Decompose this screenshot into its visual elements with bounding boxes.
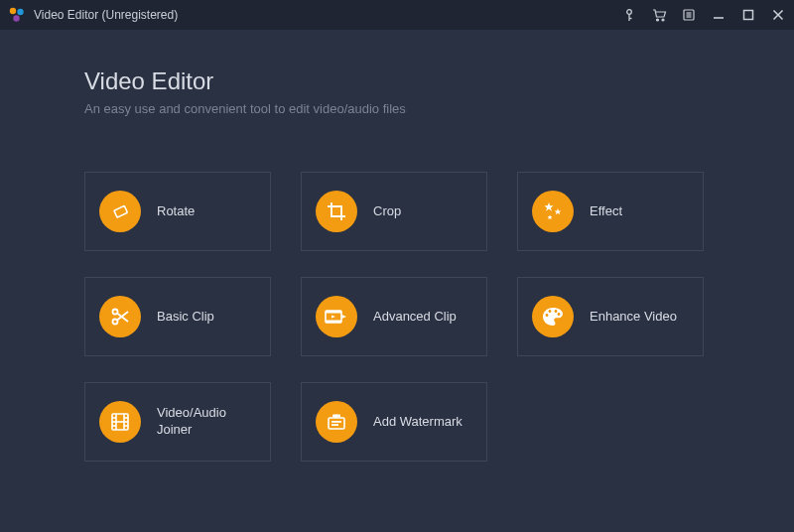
tile-watermark[interactable]: Add Watermark xyxy=(301,382,487,462)
tile-joiner[interactable]: Video/Audio Joiner xyxy=(84,382,271,462)
svg-point-2 xyxy=(13,15,19,21)
rotate-icon xyxy=(99,191,141,232)
svg-point-19 xyxy=(113,320,118,325)
tile-label: Effect xyxy=(590,203,622,220)
tile-label: Crop xyxy=(373,203,401,220)
film-icon xyxy=(99,401,141,443)
svg-rect-13 xyxy=(744,11,753,20)
svg-point-18 xyxy=(113,310,118,315)
svg-rect-23 xyxy=(326,311,341,314)
tile-label: Basic Clip xyxy=(157,309,214,326)
svg-line-20 xyxy=(117,314,128,323)
svg-rect-36 xyxy=(331,421,341,423)
tile-rotate[interactable]: Rotate xyxy=(84,172,271,251)
tile-label: Enhance Video xyxy=(590,309,677,326)
tile-label: Video/Audio Joiner xyxy=(157,405,256,439)
tile-crop[interactable]: Crop xyxy=(301,172,487,251)
page-subtitle: An easy use and convenient tool to edit … xyxy=(84,101,710,116)
tile-advanced-clip[interactable]: Advanced Clip xyxy=(301,277,487,356)
watermark-icon xyxy=(316,401,357,443)
svg-point-1 xyxy=(17,9,23,15)
crop-icon xyxy=(316,191,357,232)
titlebar-actions xyxy=(621,7,786,23)
tile-basic-clip[interactable]: Basic Clip xyxy=(84,277,271,356)
main-content: Video Editor An easy use and convenient … xyxy=(0,30,794,462)
tile-label: Add Watermark xyxy=(373,414,463,431)
svg-line-21 xyxy=(117,312,128,321)
tile-label: Advanced Clip xyxy=(373,309,457,326)
page-title: Video Editor xyxy=(84,67,710,95)
svg-point-7 xyxy=(662,19,664,21)
svg-rect-37 xyxy=(331,424,338,426)
window-title: Video Editor (Unregistered) xyxy=(34,8,621,22)
minimize-icon[interactable] xyxy=(711,7,727,23)
svg-rect-24 xyxy=(326,321,341,324)
svg-rect-35 xyxy=(329,418,344,429)
svg-point-0 xyxy=(10,8,16,14)
maximize-icon[interactable] xyxy=(740,7,756,23)
svg-point-3 xyxy=(627,10,632,15)
cart-icon[interactable] xyxy=(651,7,667,23)
svg-point-6 xyxy=(656,19,658,21)
advanced-clip-icon xyxy=(316,296,357,337)
palette-icon xyxy=(532,296,574,337)
close-icon[interactable] xyxy=(770,7,786,23)
effect-icon xyxy=(532,191,574,232)
tile-label: Rotate xyxy=(157,203,195,220)
key-icon[interactable] xyxy=(621,7,637,23)
menu-icon[interactable] xyxy=(681,7,697,23)
tile-effect[interactable]: Effect xyxy=(517,172,704,251)
app-logo-icon xyxy=(8,6,26,24)
tool-grid: Rotate Crop Effect xyxy=(84,172,710,462)
titlebar: Video Editor (Unregistered) xyxy=(0,0,794,30)
scissors-icon xyxy=(99,296,141,337)
tile-enhance-video[interactable]: Enhance Video xyxy=(517,277,704,356)
